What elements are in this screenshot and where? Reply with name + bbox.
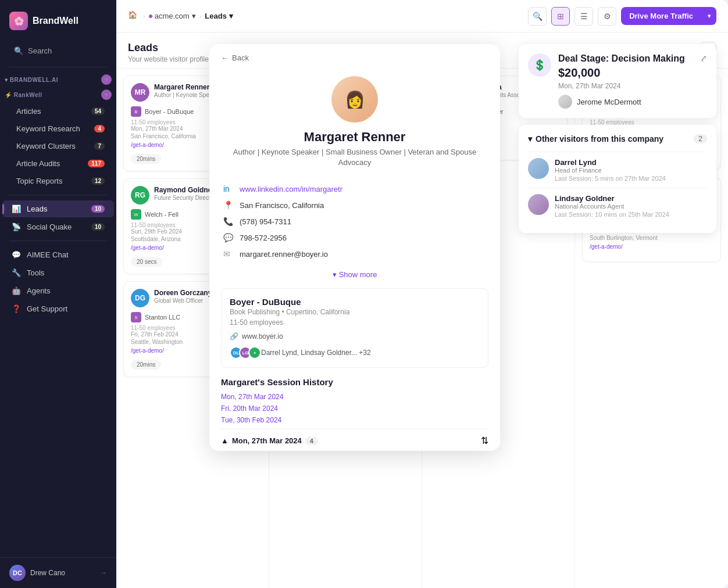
user-name: Drew Cano [30, 569, 65, 577]
session-group-header: ▲ Mon, 27th Mar 2024 4 ⇅ [221, 429, 488, 451]
visitor-name-lindsay: Lindsay Goldner [555, 194, 669, 203]
visitor-info-darrel: Darrel Lynd Head of Finance Last Session… [555, 158, 666, 182]
lead-location-violet: South Burlington, Vermont [590, 235, 713, 241]
app-name: BrandWell [33, 16, 78, 26]
tools-icon: 🔧 [12, 268, 21, 277]
linkedin-icon: in [223, 184, 233, 193]
session-date-2[interactable]: Fri, 20th Mar 2024 [221, 404, 488, 413]
deal-date: Mon, 27th Mar 2024 [558, 82, 693, 90]
company-icon: B [131, 106, 141, 117]
rankwell-section-header[interactable]: ⚡ RankWell + [5, 89, 112, 100]
rankwell-add-btn[interactable]: + [101, 89, 112, 100]
session-date-3[interactable]: Tue, 30th Feb 2024 [221, 416, 488, 424]
sidebar-item-tools[interactable]: 🔧 Tools [2, 264, 114, 281]
sidebar-item-keyword-research[interactable]: Keyword Research 4 [7, 120, 114, 137]
lead-avatar-margaret: MR [131, 83, 149, 102]
articles-badge: 54 [91, 107, 105, 115]
show-more-btn[interactable]: ▾ Show more [209, 266, 500, 288]
location-text: San Francisco, California [240, 201, 324, 210]
detail-phone: 📞 (578) 954-7311 [223, 217, 486, 226]
sidebar-item-leads[interactable]: 📊 Leads 10 [2, 200, 114, 217]
show-more-chevron: ▾ [333, 270, 337, 279]
sidebar-item-support[interactable]: ❓ Get Support [2, 300, 114, 317]
sidebar-item-topic-reports[interactable]: Topic Reports 12 [7, 173, 114, 189]
sidebar-item-social-quake[interactable]: 📡 Social Quake 10 [2, 218, 114, 235]
visitor-session-darrel: Last Session: 5 mins on 27th Mar 2024 [555, 175, 666, 182]
list-view-btn[interactable]: ☰ [574, 7, 593, 26]
keyword-research-label: Keyword Research [16, 124, 80, 133]
brandwell-add-btn[interactable]: + [101, 74, 112, 85]
grid-view-btn[interactable]: ⊞ [551, 7, 570, 26]
lead-link-violet[interactable]: /get-a-demo/ [590, 243, 713, 250]
sidebar: 🌸 BrandWell 🔍 Search ▾ BRANDWELL.AI + ⚡ … [0, 0, 116, 588]
chevron-visitors: ▾ [528, 134, 532, 144]
linkedin-link[interactable]: www.linkedin.com/in/margaretr [240, 185, 342, 193]
main-content: 🏠 › acme.com ▾ › Leads ▾ 🔍 ⊞ ☰ ⚙ [116, 0, 728, 588]
home-icon[interactable]: 🏠 [128, 10, 140, 22]
user-profile[interactable]: DC Drew Cano → [0, 558, 116, 588]
article-audits-label: Article Audits [16, 159, 60, 168]
visitor-role-lindsay: National Accounts Agent [555, 203, 669, 210]
show-more-label: Show more [339, 270, 377, 279]
sidebar-item-agents[interactable]: 🤖 Agents [2, 282, 114, 299]
aimee-chat-label: AIMEE Chat [27, 250, 69, 259]
domain-dot [149, 15, 152, 18]
topbar-actions: 🔍 ⊞ ☰ ⚙ Drive More Traffic ▾ [528, 7, 716, 26]
message-icon: 💬 [223, 233, 233, 242]
lead-time-doreen: 20mins [131, 360, 161, 370]
session-count: 4 [305, 437, 318, 445]
deal-external-link[interactable]: ⤤ [700, 53, 707, 63]
keyword-research-badge: 4 [94, 125, 105, 132]
company-team: DL LG + Darrel Lynd, Lindsay Goldner... … [230, 346, 480, 359]
sidebar-item-article-audits[interactable]: Article Audits 117 [7, 155, 114, 172]
back-arrow: ← [221, 53, 229, 62]
topbar: 🏠 › acme.com ▾ › Leads ▾ 🔍 ⊞ ☰ ⚙ [116, 0, 728, 33]
keyword-clusters-badge: 7 [94, 142, 105, 150]
leads-label: Leads [27, 205, 47, 213]
sidebar-item-articles[interactable]: Articles 54 [7, 103, 114, 120]
social-quake-badge: 10 [91, 223, 105, 231]
sidebar-item-aimee-chat[interactable]: 💬 AIMEE Chat [2, 246, 114, 263]
domain-label: acme.com [155, 12, 190, 20]
detail-message: 💬 798-572-2956 [223, 233, 486, 242]
session-group-date: Mon, 27th Mar 2024 [232, 436, 302, 445]
detail-panel: ← Back 👩 Margaret Renner Author | Keynot… [209, 44, 500, 451]
back-label: Back [232, 53, 249, 62]
visitors-card: ▾ Other visitors from this company 2 Dar… [519, 125, 716, 233]
brandwell-section-header[interactable]: ▾ BRANDWELL.AI + [5, 74, 112, 85]
sidebar-bottom: DC Drew Cano → [0, 557, 116, 588]
breadcrumb: 🏠 › acme.com ▾ › Leads ▾ [128, 10, 523, 22]
visitor-item-darrel[interactable]: Darrel Lynd Head of Finance Last Session… [528, 152, 707, 188]
domain-breadcrumb[interactable]: acme.com ▾ [149, 12, 196, 20]
visitor-item-lindsay[interactable]: Lindsay Goldner National Accounts Agent … [528, 188, 707, 224]
drive-btn-arrow[interactable]: ▾ [702, 8, 716, 24]
settings-btn[interactable]: ⚙ [598, 7, 616, 26]
visitor-avatar-darrel [528, 158, 549, 179]
session-date-1[interactable]: Mon, 27th Mar 2024 [221, 393, 488, 401]
company-size-detail: 11-50 employees [230, 318, 480, 327]
search-button[interactable]: 🔍 Search [5, 42, 112, 60]
visitor-role-darrel: Head of Finance [555, 167, 666, 174]
search-topbar-btn[interactable]: 🔍 [528, 7, 547, 26]
detail-company: Boyer - DuBuque Book Publishing • Cupert… [221, 288, 488, 368]
articles-label: Articles [16, 107, 41, 116]
topic-reports-badge: 12 [91, 177, 105, 185]
visitor-name-darrel: Darrel Lynd [555, 158, 666, 167]
detail-location: 📍 San Francisco, California [223, 200, 486, 210]
visitors-count: 2 [694, 134, 707, 144]
back-btn[interactable]: ← Back [209, 44, 500, 67]
session-title: Margaret's Session History [221, 377, 488, 387]
social-quake-label: Social Quake [27, 223, 72, 231]
logo-icon: 🌸 [9, 12, 28, 30]
company-icon-raymond: W [131, 209, 141, 220]
visitor-avatar-lindsay [528, 194, 549, 215]
logout-icon: → [100, 569, 107, 577]
aimee-chat-icon: 💬 [12, 250, 21, 259]
team-avatar-3: + [248, 346, 261, 359]
visitor-info-lindsay: Lindsay Goldner National Accounts Agent … [555, 194, 669, 218]
agents-label: Agents [27, 286, 50, 295]
drive-traffic-btn[interactable]: Drive More Traffic ▾ [621, 7, 716, 25]
detail-subtitle: Author | Keynote Speaker | Small Busines… [221, 147, 488, 168]
sidebar-item-keyword-clusters[interactable]: Keyword Clusters 7 [7, 138, 114, 155]
current-page-breadcrumb[interactable]: Leads ▾ [205, 12, 233, 20]
